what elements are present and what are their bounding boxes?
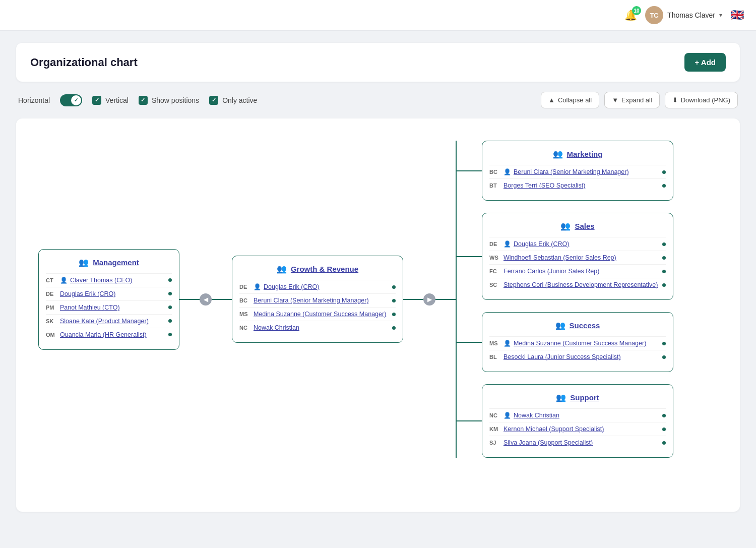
- member-name[interactable]: Ferrano Carlos (Junior Sales Rep): [503, 268, 658, 275]
- vertical-check-icon: ✓: [95, 97, 99, 103]
- support-title[interactable]: Support: [570, 393, 599, 402]
- table-row: FC Ferrano Carlos (Junior Sales Rep): [489, 264, 666, 278]
- active-dot: [392, 326, 396, 330]
- active-dot: [168, 333, 172, 336]
- member-name[interactable]: Windhoefl Sebastian (Senior Sales Rep): [503, 254, 658, 261]
- sales-title[interactable]: Sales: [575, 222, 594, 230]
- support-branch-row: 👥 Support NC 👤 Nowak Christian KM: [457, 384, 673, 458]
- collapse-arrow-1[interactable]: ◀: [200, 293, 212, 306]
- show-positions-checkbox[interactable]: ✓: [139, 96, 148, 105]
- member-initials: SK: [46, 318, 60, 324]
- member-name[interactable]: Nowak Christian: [514, 412, 658, 419]
- active-dot: [662, 441, 666, 445]
- growth-team-icon: 👥: [277, 264, 287, 274]
- top-navigation: 🔔 10 TC Thomas Claver ▾ 🇬🇧: [0, 0, 756, 31]
- table-row: BT Borges Terri (SEO Specialist): [489, 178, 666, 192]
- marketing-team-icon: 👥: [553, 149, 563, 159]
- expand-all-button[interactable]: ▼ Expand all: [604, 92, 660, 108]
- expand-icon: ▼: [612, 96, 618, 104]
- page-header: Organizational chart + Add: [16, 43, 740, 82]
- vertical-label: Vertical: [105, 96, 129, 104]
- only-active-checkbox[interactable]: ✓: [209, 96, 218, 105]
- table-row: OM Ouancia Maria (HR Generalist): [46, 328, 172, 341]
- main-content: Organizational chart + Add Horizontal ✓ …: [0, 31, 756, 524]
- only-active-checkbox-group: ✓ Only active: [209, 96, 257, 105]
- member-name[interactable]: Douglas Erik (CRO): [264, 283, 388, 290]
- active-dot: [662, 355, 666, 359]
- marketing-header: 👥 Marketing: [489, 149, 666, 159]
- toolbar-left: Horizontal ✓ ✓ Vertical ✓ Show positions: [18, 94, 257, 106]
- management-title[interactable]: Management: [93, 258, 139, 267]
- page-title: Organizational chart: [30, 56, 138, 69]
- collapse-all-button[interactable]: ▲ Collapse all: [541, 92, 599, 108]
- member-name[interactable]: Kernon Michael (Support Specialist): [503, 425, 658, 433]
- sales-branch-row: 👥 Sales DE 👤 Douglas Erik (CRO) WS: [457, 213, 673, 300]
- member-name[interactable]: Stephens Cori (Business Development Repr…: [503, 281, 658, 288]
- success-card: 👥 Success MS 👤 Medina Suzanne (Customer …: [482, 312, 673, 372]
- avatar: TC: [645, 6, 663, 24]
- sales-header: 👥 Sales: [489, 221, 666, 231]
- expand-all-label: Expand all: [621, 96, 652, 104]
- active-dot: [662, 414, 666, 417]
- arrow-right-icon: ▶: [427, 296, 432, 303]
- growth-title[interactable]: Growth & Revenue: [291, 265, 358, 273]
- connector-1: ◀: [179, 293, 232, 306]
- horizontal-label: Horizontal: [18, 96, 50, 104]
- member-name[interactable]: Beruni Clara (Senior Marketing Manager): [514, 168, 658, 175]
- user-menu[interactable]: TC Thomas Claver ▾: [645, 6, 722, 24]
- member-name[interactable]: Claver Thomas (CEO): [70, 277, 164, 284]
- success-title[interactable]: Success: [570, 321, 600, 330]
- active-dot: [662, 342, 666, 345]
- toggle-check-icon: ✓: [74, 97, 78, 103]
- member-name[interactable]: Douglas Erik (CRO): [60, 290, 164, 297]
- marketing-title[interactable]: Marketing: [567, 150, 603, 158]
- notification-bell[interactable]: 🔔 10: [624, 9, 637, 21]
- member-name[interactable]: Besocki Laura (Junior Success Specialist…: [503, 353, 658, 360]
- active-dot: [662, 242, 666, 246]
- member-initials: DE: [239, 284, 254, 290]
- member-name[interactable]: Nowak Christian: [254, 324, 388, 331]
- member-name[interactable]: Sloane Kate (Product Manager): [60, 318, 164, 325]
- active-dot: [662, 428, 666, 431]
- layout-toggle[interactable]: ✓: [60, 94, 82, 106]
- active-dot: [168, 306, 172, 309]
- member-name[interactable]: Medina Suzanne (Customer Success Manager…: [254, 311, 388, 318]
- add-button[interactable]: + Add: [684, 53, 726, 72]
- member-initials: CT: [46, 277, 60, 283]
- member-name[interactable]: Medina Suzanne (Customer Success Manager…: [514, 340, 658, 347]
- support-team-icon: 👥: [556, 393, 566, 402]
- table-row: BC 👤 Beruni Clara (Senior Marketing Mana…: [489, 165, 666, 178]
- support-card: 👥 Support NC 👤 Nowak Christian KM: [482, 384, 673, 458]
- show-positions-label: Show positions: [152, 96, 199, 104]
- toolbar-right: ▲ Collapse all ▼ Expand all ⬇ Download (…: [541, 92, 738, 108]
- person-icon: 👤: [503, 240, 511, 248]
- only-active-check-icon: ✓: [212, 97, 216, 103]
- notification-badge: 10: [632, 6, 641, 15]
- management-team-icon: 👥: [79, 258, 89, 267]
- table-row: SK Sloane Kate (Product Manager): [46, 314, 172, 328]
- language-flag-icon[interactable]: 🇬🇧: [730, 9, 744, 22]
- member-initials: NC: [489, 412, 503, 418]
- sales-h-line: [457, 256, 482, 257]
- member-name[interactable]: Douglas Erik (CRO): [514, 240, 658, 248]
- collapse-arrow-2[interactable]: ▶: [423, 293, 435, 306]
- member-name[interactable]: Beruni Clara (Senior Marketing Manager): [254, 297, 388, 304]
- only-active-label: Only active: [222, 96, 257, 104]
- member-name[interactable]: Silva Joana (Support Specialist): [503, 439, 658, 446]
- table-row: PM Panot Mathieu (CTO): [46, 300, 172, 314]
- user-name: Thomas Claver: [667, 11, 715, 19]
- table-row: MS 👤 Medina Suzanne (Customer Success Ma…: [489, 336, 666, 350]
- collapse-icon: ▲: [548, 96, 555, 104]
- arrow-left-icon: ◀: [204, 296, 208, 303]
- right-branch-container: 👥 Marketing BC 👤 Beruni Clara (Senior Ma…: [456, 141, 673, 458]
- member-name[interactable]: Panot Mathieu (CTO): [60, 304, 164, 311]
- download-label: Download (PNG): [681, 96, 730, 104]
- download-button[interactable]: ⬇ Download (PNG): [665, 92, 738, 108]
- management-header: 👥 Management: [46, 258, 172, 267]
- member-name[interactable]: Borges Terri (SEO Specialist): [503, 182, 658, 189]
- vertical-checkbox-group: ✓ Vertical: [92, 96, 129, 105]
- member-initials: SJ: [489, 440, 503, 446]
- table-row: SJ Silva Joana (Support Specialist): [489, 436, 666, 449]
- member-name[interactable]: Ouancia Maria (HR Generalist): [60, 331, 164, 338]
- vertical-checkbox[interactable]: ✓: [92, 96, 101, 105]
